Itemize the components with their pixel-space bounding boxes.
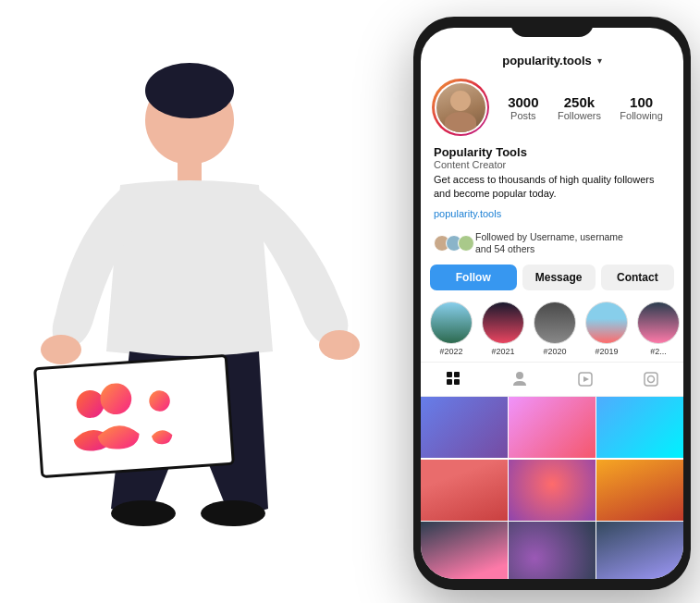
photo-cell-7[interactable]: [421, 522, 508, 579]
tab-person-icon[interactable]: [506, 368, 534, 390]
highlight-label-3: #2020: [543, 347, 566, 356]
photo-cell-2[interactable]: [509, 397, 596, 458]
highlight-label-1: #2022: [439, 347, 462, 356]
posts-label: Posts: [510, 110, 536, 121]
follow-button[interactable]: Follow: [430, 265, 517, 290]
svg-point-6: [201, 500, 265, 526]
posts-stat: 3000 Posts: [508, 94, 538, 121]
small-avatars: [434, 235, 470, 252]
bio-name: Popularity Tools: [434, 145, 670, 159]
username-bar: popularity.tools ▾: [421, 50, 683, 73]
followers-stat: 250k Followers: [558, 94, 601, 121]
tab-tag-icon[interactable]: [637, 368, 665, 390]
highlight-circle-2: [482, 302, 524, 344]
highlight-circle-4: [585, 302, 628, 344]
highlight-item-2[interactable]: #2021: [482, 302, 524, 356]
svg-point-19: [647, 376, 654, 383]
bio-link[interactable]: popularity.tools: [434, 208, 501, 219]
svg-rect-12: [454, 372, 460, 377]
logo-container: [57, 375, 210, 459]
photo-cell-3[interactable]: [596, 397, 683, 458]
phone-frame: popularity.tools ▾ 3000 Posts 250k: [413, 17, 691, 590]
highlight-circle-3: [534, 302, 576, 344]
highlight-item-4[interactable]: #2019: [585, 302, 628, 356]
contact-button[interactable]: Contact: [601, 265, 674, 290]
svg-point-1: [145, 63, 234, 118]
svg-point-7: [75, 388, 104, 418]
following-value: 100: [630, 94, 653, 110]
svg-rect-18: [645, 373, 657, 386]
avatar: [436, 83, 485, 132]
highlight-item-1[interactable]: #2022: [430, 302, 473, 356]
avatar-ring: [432, 79, 489, 136]
followed-by-text: Followed by Username, username and 54 ot…: [475, 231, 623, 256]
tab-grid-icon[interactable]: [440, 368, 468, 390]
tab-bar: [421, 362, 683, 397]
posts-value: 3000: [508, 94, 538, 110]
profile-username: popularity.tools: [502, 54, 592, 68]
sign-board: [33, 354, 235, 478]
followers-value: 250k: [564, 94, 595, 110]
phone-content: popularity.tools ▾ 3000 Posts 250k: [421, 28, 683, 579]
small-avatar-3: [458, 235, 474, 252]
svg-rect-14: [454, 379, 460, 385]
photo-cell-5[interactable]: [509, 460, 596, 521]
svg-point-4: [319, 330, 360, 360]
photo-cell-6[interactable]: [596, 460, 683, 521]
person-illustration: [18, 28, 370, 583]
highlight-item-5[interactable]: #2...: [637, 302, 680, 356]
highlight-circle-1: [430, 302, 473, 344]
message-button[interactable]: Message: [522, 265, 596, 290]
photo-grid: [421, 397, 683, 579]
following-stat: 100 Following: [620, 94, 662, 121]
highlight-circle-5: [637, 302, 680, 344]
highlight-item-3[interactable]: #2020: [534, 302, 576, 356]
followed-by-names: Followed by Username, username: [475, 231, 623, 242]
svg-marker-17: [583, 376, 589, 382]
photo-cell-1[interactable]: [421, 397, 508, 458]
following-label: Following: [620, 110, 662, 121]
svg-rect-11: [447, 372, 452, 377]
highlight-label-4: #2019: [595, 347, 618, 356]
svg-point-8: [99, 382, 132, 415]
bio-category: Content Creator: [434, 159, 670, 170]
svg-point-15: [516, 372, 523, 379]
tab-play-icon[interactable]: [571, 368, 599, 390]
highlight-label-2: #2021: [491, 347, 514, 356]
stats-numbers: 3000 Posts 250k Followers 100 Following: [498, 94, 672, 121]
bio-description: Get access to thousands of high quality …: [434, 173, 670, 202]
followed-by-row: Followed by Username, username and 54 ot…: [421, 227, 683, 261]
photo-cell-4[interactable]: [421, 460, 508, 521]
brand-logo: [60, 376, 208, 456]
highlights-row: #2022 #2021 #2020 #2019 #2...: [421, 298, 683, 362]
svg-point-5: [111, 500, 176, 526]
svg-rect-13: [447, 379, 452, 385]
avatar-inner: [435, 81, 487, 134]
highlight-label-5: #2...: [650, 347, 667, 356]
followed-by-others: and 54 others: [475, 243, 534, 254]
action-buttons: Follow Message Contact: [421, 261, 683, 298]
chevron-down-icon: ▾: [597, 55, 602, 66]
followers-label: Followers: [558, 110, 601, 121]
stats-row: 3000 Posts 250k Followers 100 Following: [421, 73, 683, 142]
phone-screen: popularity.tools ▾ 3000 Posts 250k: [421, 28, 683, 579]
phone-notch: [510, 17, 594, 37]
photo-cell-8[interactable]: [509, 522, 596, 579]
svg-point-3: [41, 335, 81, 364]
bio-section: Popularity Tools Content Creator Get acc…: [421, 142, 683, 227]
photo-cell-9[interactable]: [596, 522, 683, 579]
